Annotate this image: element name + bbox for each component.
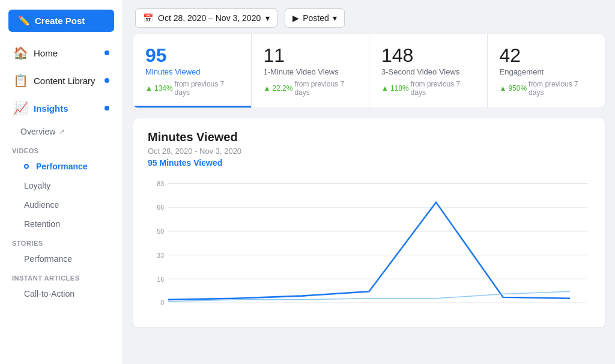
stat-label-1min: 1-Minute Video Views xyxy=(264,67,357,76)
change-pct-3: 118% xyxy=(390,84,409,93)
performance-label: Performance xyxy=(36,162,88,171)
stat-card-1min-views: 11 1-Minute Video Views ▲ 22.2% from pre… xyxy=(252,34,370,108)
overview-label: Overview xyxy=(20,127,55,136)
sidebar-item-audience[interactable]: Audience xyxy=(0,195,123,214)
top-bar: 📅 Oct 28, 2020 – Nov 3, 2020 ▾ ▶ Posted … xyxy=(123,0,615,34)
sidebar-item-content-library[interactable]: 📋 Content Library xyxy=(4,67,119,94)
svg-text:16: 16 xyxy=(157,275,164,282)
sidebar-item-content-library-label: Content Library xyxy=(34,76,95,86)
stat-change-engagement: ▲ 950% from previous 7 days xyxy=(500,80,593,97)
stat-number-1min: 11 xyxy=(264,45,357,66)
date-picker-button[interactable]: 📅 Oct 28, 2020 – Nov 3, 2020 ▾ xyxy=(135,8,277,28)
up-arrow-icon-2: ▲ xyxy=(264,84,271,93)
sidebar-item-home[interactable]: 🏠 Home xyxy=(4,40,119,66)
chart-title: Minutes Viewed xyxy=(148,130,590,144)
stat-card-engagement: 42 Engagement ▲ 950% from previous 7 day… xyxy=(488,34,605,108)
svg-text:83: 83 xyxy=(157,180,164,187)
stat-card-minutes-viewed: 95 Minutes Viewed ▲ 134% from previous 7… xyxy=(133,34,252,108)
call-to-action-label: Call-to-Action xyxy=(24,289,74,299)
chart-container: Minutes Viewed Oct 28, 2020 - Nov 3, 202… xyxy=(133,118,605,328)
chart-subtitle: Oct 28, 2020 - Nov 3, 2020 xyxy=(148,147,590,156)
stories-performance-label: Performance xyxy=(24,254,72,264)
change-text: from previous 7 days xyxy=(175,80,239,97)
sidebar-item-insights-label: Insights xyxy=(34,103,68,114)
loyalty-label: Loyalty xyxy=(24,181,50,190)
chart-svg-area: 83 66 50 33 16 0 xyxy=(148,177,590,315)
active-dot xyxy=(24,164,29,169)
posted-icon: ▶ xyxy=(292,13,299,23)
stat-number-engagement: 42 xyxy=(500,45,593,66)
stats-row: 95 Minutes Viewed ▲ 134% from previous 7… xyxy=(133,34,605,108)
sidebar-item-loyalty[interactable]: Loyalty xyxy=(0,176,123,195)
content-library-dot xyxy=(105,78,109,83)
chart-value-label: 95 Minutes Viewed xyxy=(148,158,590,168)
up-arrow-icon-4: ▲ xyxy=(500,84,507,93)
videos-section-label: VIDEOS xyxy=(0,141,123,157)
external-link-icon: ↗ xyxy=(59,127,65,136)
posted-button[interactable]: ▶ Posted ▾ xyxy=(285,8,345,28)
stat-card-3sec-views: 148 3-Second Video Views ▲ 118% from pre… xyxy=(369,34,488,108)
svg-text:0: 0 xyxy=(160,299,164,306)
change-text-2: from previous 7 days xyxy=(294,80,357,97)
posted-label: Posted xyxy=(303,13,329,23)
overview-item[interactable]: Overview ↗ xyxy=(0,122,123,141)
stories-section-label: STORIES xyxy=(0,234,123,249)
retention-label: Retention xyxy=(24,219,60,229)
content-library-icon: 📋 xyxy=(13,73,28,88)
audience-label: Audience xyxy=(24,200,59,210)
chart-line-primary xyxy=(168,202,570,300)
sidebar-item-performance[interactable]: Performance xyxy=(0,157,123,176)
sidebar-item-call-to-action[interactable]: Call-to-Action xyxy=(0,284,123,303)
sidebar-item-retention[interactable]: Retention xyxy=(0,214,123,234)
create-post-button[interactable]: ✏️ Create Post xyxy=(8,10,114,32)
sidebar-item-stories-performance[interactable]: Performance xyxy=(0,249,123,268)
date-chevron-icon: ▾ xyxy=(265,13,270,23)
stat-change-minutes: ▲ 134% from previous 7 days xyxy=(145,80,239,97)
change-pct-4: 950% xyxy=(508,84,527,93)
change-text-3: from previous 7 days xyxy=(411,80,475,97)
create-post-icon: ✏️ xyxy=(18,15,30,26)
svg-text:33: 33 xyxy=(157,252,164,259)
chart-value-text: Minutes Viewed xyxy=(159,158,222,168)
up-arrow-icon: ▲ xyxy=(145,84,153,93)
stat-change-1min: ▲ 22.2% from previous 7 days xyxy=(264,80,357,97)
stat-number-minutes: 95 xyxy=(145,45,239,66)
sidebar-item-insights[interactable]: 📈 Insights xyxy=(4,95,119,121)
main-content: 📅 Oct 28, 2020 – Nov 3, 2020 ▾ ▶ Posted … xyxy=(123,0,615,364)
date-range-label: Oct 28, 2020 – Nov 3, 2020 xyxy=(158,13,261,23)
svg-text:50: 50 xyxy=(157,228,164,235)
home-dot xyxy=(105,50,109,55)
create-post-label: Create Post xyxy=(35,16,85,26)
posted-chevron-icon: ▾ xyxy=(333,13,337,23)
insights-dot xyxy=(105,106,109,111)
insights-icon: 📈 xyxy=(13,101,28,115)
stat-label-engagement: Engagement xyxy=(500,67,593,76)
stat-label-3sec: 3-Second Video Views xyxy=(381,67,475,76)
up-arrow-icon-3: ▲ xyxy=(381,84,389,93)
sidebar: ✏️ Create Post 🏠 Home 📋 Content Library … xyxy=(0,0,123,364)
svg-text:66: 66 xyxy=(157,204,164,211)
change-pct: 134% xyxy=(154,84,173,93)
change-pct-2: 22.2% xyxy=(272,84,292,93)
home-icon: 🏠 xyxy=(13,46,28,60)
stat-label-minutes: Minutes Viewed xyxy=(145,67,239,76)
stat-change-3sec: ▲ 118% from previous 7 days xyxy=(381,80,475,97)
stat-number-3sec: 148 xyxy=(381,45,475,66)
chart-svg: 83 66 50 33 16 0 xyxy=(148,177,590,315)
instant-articles-section-label: INSTANT ARTICLES xyxy=(0,268,123,284)
calendar-icon: 📅 xyxy=(143,13,153,23)
sidebar-item-home-label: Home xyxy=(34,48,58,58)
chart-value-number: 95 xyxy=(148,158,157,168)
change-text-4: from previous 7 days xyxy=(529,80,593,97)
